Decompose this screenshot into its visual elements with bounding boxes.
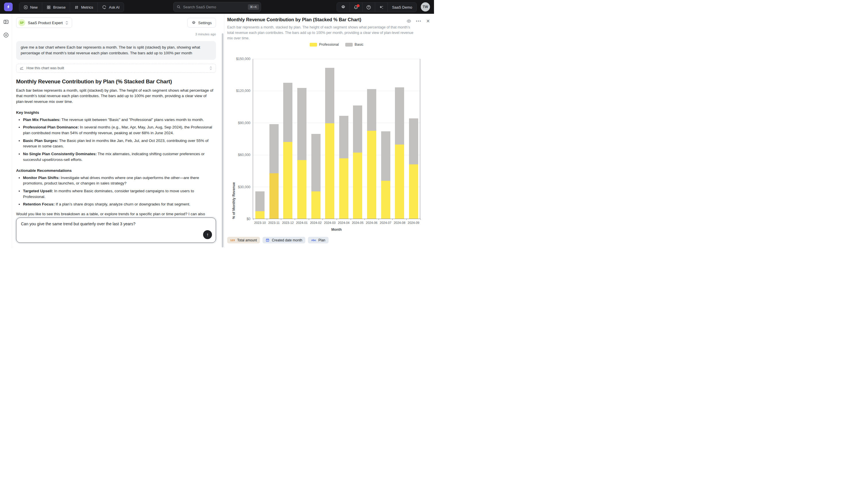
- bar-segment-professional-2024-04[interactable]: [339, 158, 349, 219]
- ask-ai-button[interactable]: Ask AI: [97, 3, 124, 12]
- field-tag-label: Created date month: [272, 238, 302, 242]
- section-bullet-list: Monitor Plan Shifts: Investigate what dr…: [23, 175, 216, 207]
- user-avatar[interactable]: TW: [421, 2, 430, 12]
- chat-input[interactable]: Can you give the same trend but quarterl…: [16, 218, 216, 243]
- more-options-icon[interactable]: •••: [416, 19, 422, 23]
- how-chart-built-expander[interactable]: How this chart was built: [16, 64, 216, 73]
- nav-item-label: New: [30, 5, 38, 10]
- bullet-item: Professional Plan Dominance: In several …: [23, 124, 216, 136]
- bar-segment-basic-2024-01[interactable]: [297, 88, 306, 160]
- org-switcher-button[interactable]: SaaS Demo: [387, 3, 417, 12]
- x-tick-mark: [337, 219, 337, 220]
- y-axis-title: % of Monthly Revenue: [232, 59, 236, 219]
- bar-segment-basic-2024-02[interactable]: [311, 134, 321, 192]
- bar-segment-professional-2023-11[interactable]: [269, 173, 278, 219]
- bar-segment-basic-2024-07[interactable]: [381, 131, 390, 181]
- x-tick-mark: [420, 219, 421, 220]
- field-tag-total-amount[interactable]: 123Total amount: [227, 237, 260, 244]
- bar-segment-professional-2024-08[interactable]: [395, 144, 404, 219]
- user-message-bubble: give me a bar chart where Each bar repre…: [16, 41, 216, 60]
- legend-label: Basic: [355, 43, 364, 47]
- chat-scrollbar[interactable]: [222, 33, 223, 247]
- bar-segment-basic-2024-04[interactable]: [339, 116, 349, 159]
- bar-segment-basic-2024-09[interactable]: [409, 119, 418, 165]
- metrics-button[interactable]: Metrics: [70, 3, 97, 12]
- x-tick-label: 2023-11: [268, 221, 280, 224]
- settings-label: Settings: [198, 21, 212, 25]
- x-tick-mark: [351, 219, 351, 220]
- field-tag-created-date-month[interactable]: 1Created date month: [262, 237, 305, 244]
- assistant-response: Monthly Revenue Contribution by Plan (% …: [16, 78, 216, 223]
- chat-star-icon: [102, 5, 107, 10]
- search-icon: [177, 5, 181, 9]
- x-axis-title: Month: [253, 228, 420, 232]
- nav-item-label: Ask AI: [109, 5, 119, 10]
- agent-selector[interactable]: SP SaaS Product Expert: [16, 17, 72, 28]
- bar-segment-basic-2023-10[interactable]: [255, 191, 264, 211]
- x-tick-mark: [309, 219, 309, 220]
- agent-avatar: SP: [18, 19, 25, 26]
- legend-swatch: [310, 43, 317, 47]
- legend-item-professional[interactable]: Professional: [310, 43, 339, 47]
- sidebar-toggle-icon[interactable]: [3, 19, 9, 25]
- send-button[interactable]: ↑: [203, 230, 212, 239]
- bar-segment-basic-2024-03[interactable]: [325, 68, 334, 123]
- bar-segment-professional-2024-01[interactable]: [297, 160, 306, 219]
- bar-segment-professional-2024-02[interactable]: [311, 191, 321, 219]
- y-tick-label: $90,000: [238, 121, 251, 125]
- bullet-item: Monitor Plan Shifts: Investigate what dr…: [23, 175, 216, 186]
- bar-segment-professional-2024-03[interactable]: [325, 123, 334, 219]
- agent-settings-button[interactable]: Settings: [187, 18, 216, 28]
- help-circle-icon: [366, 5, 371, 10]
- bar-segment-professional-2024-07[interactable]: [381, 181, 390, 219]
- gear-icon: [341, 5, 345, 10]
- notifications-button[interactable]: [350, 3, 362, 12]
- new-button[interactable]: New: [19, 3, 42, 12]
- close-icon[interactable]: ✕: [426, 18, 430, 24]
- browse-button[interactable]: Browse: [42, 3, 70, 12]
- nav-item-label: Metrics: [81, 5, 93, 10]
- main-layout: SP SaaS Product Expert Settings 3 minute…: [0, 14, 434, 248]
- calendar-icon: 1: [266, 238, 269, 242]
- x-tick-mark: [379, 219, 379, 220]
- bullet-item: Targeted Upsell: In months where Basic d…: [23, 188, 216, 199]
- bar-segment-professional-2024-05[interactable]: [353, 153, 362, 219]
- new-thread-icon[interactable]: [3, 32, 9, 38]
- notification-badge: [357, 4, 359, 7]
- bar-segment-professional-2023-10[interactable]: [255, 211, 264, 219]
- left-rail: [0, 14, 12, 248]
- global-search-input[interactable]: Search SaaS Demo ⌘+K: [173, 2, 261, 12]
- legend-label: Professional: [319, 43, 339, 47]
- svg-text:1: 1: [268, 240, 268, 242]
- field-tags: 123Total amount1Created date monthAbcPla…: [227, 237, 328, 244]
- bar-segment-basic-2023-12[interactable]: [283, 83, 292, 142]
- x-tick-mark: [406, 219, 407, 220]
- x-tick-mark: [281, 219, 281, 220]
- field-tag-plan[interactable]: AbcPlan: [308, 237, 328, 244]
- gridline: [253, 59, 420, 59]
- field-tag-label: Total amount: [237, 238, 257, 242]
- help-button[interactable]: [362, 3, 375, 12]
- bar-segment-basic-2024-08[interactable]: [395, 87, 404, 144]
- response-intro: Each bar below represents a month, split…: [16, 88, 216, 105]
- chart-title: Monthly Revenue Contribution by Plan (St…: [227, 17, 361, 22]
- bar-segment-basic-2023-11[interactable]: [269, 124, 278, 173]
- stacked-bar-chart[interactable]: $0$30,000$60,000$90,000$120,000$150,0002…: [253, 59, 420, 219]
- bar-segment-basic-2024-05[interactable]: [353, 106, 362, 152]
- bar-segment-professional-2024-09[interactable]: [409, 165, 418, 219]
- view-eye-icon[interactable]: [406, 19, 411, 24]
- section-heading: Actionable Recommendations: [16, 168, 216, 173]
- settings-nav-button[interactable]: [337, 3, 350, 12]
- bar-segment-basic-2024-06[interactable]: [367, 89, 376, 131]
- ai-sparkles-button[interactable]: [375, 3, 387, 12]
- field-tag-label: Plan: [319, 238, 325, 242]
- legend-item-basic[interactable]: Basic: [345, 43, 364, 47]
- org-label: SaaS Demo: [392, 5, 412, 10]
- chart-panel: Monthly Revenue Contribution by Plan (St…: [224, 14, 434, 248]
- bar-segment-professional-2024-06[interactable]: [367, 131, 376, 219]
- y-tick-label: $150,000: [236, 57, 251, 61]
- app-logo[interactable]: [4, 3, 13, 11]
- search-placeholder: Search SaaS Demo: [183, 5, 248, 9]
- bar-segment-professional-2023-12[interactable]: [283, 142, 292, 219]
- lightning-bolt-icon: [6, 4, 11, 9]
